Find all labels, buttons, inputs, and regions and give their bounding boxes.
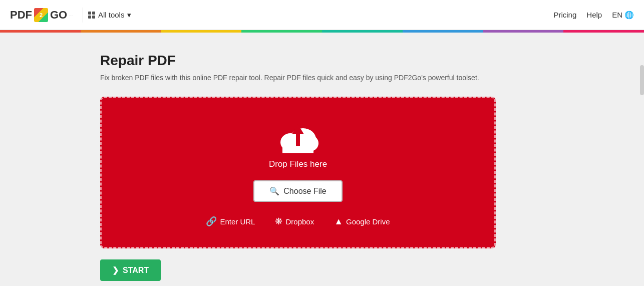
page-description: Fix broken PDF files with this online PD… xyxy=(100,74,501,82)
start-button[interactable]: ❯ START xyxy=(100,259,161,281)
logo-box: 2 xyxy=(34,8,48,22)
google-drive-icon: ▲ xyxy=(334,216,343,227)
enter-url-label: Enter URL xyxy=(220,217,255,226)
header-right: Pricing Help EN 🌐 xyxy=(553,11,634,20)
main-content: Repair PDF Fix broken PDF files with thi… xyxy=(0,33,644,286)
help-link[interactable]: Help xyxy=(586,11,602,19)
logo-dots: ... xyxy=(69,13,73,17)
header: PDF 2 GO ... All tools ▾ Pricing Help EN… xyxy=(0,0,644,30)
pricing-link[interactable]: Pricing xyxy=(553,11,576,19)
page-title: Repair PDF xyxy=(100,53,644,69)
language-button[interactable]: EN 🌐 xyxy=(612,11,634,20)
choose-file-button[interactable]: 🔍 Choose File xyxy=(253,180,342,202)
logo[interactable]: PDF 2 GO ... xyxy=(10,8,73,22)
enter-url-link[interactable]: 🔗 Enter URL xyxy=(206,216,255,227)
search-icon: 🔍 xyxy=(269,186,279,196)
start-label: START xyxy=(123,266,149,275)
drop-text: Drop Files here xyxy=(269,159,327,169)
logo-go-text: GO xyxy=(50,9,67,22)
all-tools-button[interactable]: All tools ▾ xyxy=(83,8,137,23)
choose-file-label: Choose File xyxy=(283,187,326,196)
google-drive-label: Google Drive xyxy=(346,217,390,226)
scrollbar[interactable] xyxy=(640,65,644,95)
logo-pdf-text: PDF xyxy=(10,9,32,22)
header-left: PDF 2 GO ... All tools ▾ xyxy=(10,8,136,23)
start-chevron-icon: ❯ xyxy=(112,265,119,275)
drop-zone[interactable]: Drop Files here 🔍 Choose File 🔗 Enter UR… xyxy=(100,97,496,248)
google-drive-link[interactable]: ▲ Google Drive xyxy=(334,216,390,227)
upload-icon-container xyxy=(275,118,320,153)
language-label: EN xyxy=(612,11,622,19)
chevron-down-icon: ▾ xyxy=(127,11,131,20)
link-icon: 🔗 xyxy=(206,216,217,227)
dropbox-link[interactable]: ❋ Dropbox xyxy=(275,216,314,227)
cloud-upload-icon xyxy=(275,118,320,154)
dropbox-icon: ❋ xyxy=(275,216,282,227)
dropbox-label: Dropbox xyxy=(285,217,314,226)
alt-options: 🔗 Enter URL ❋ Dropbox ▲ Google Drive xyxy=(206,216,390,227)
globe-icon: 🌐 xyxy=(624,11,634,20)
all-tools-label: All tools xyxy=(98,11,125,19)
grid-icon xyxy=(88,12,95,19)
